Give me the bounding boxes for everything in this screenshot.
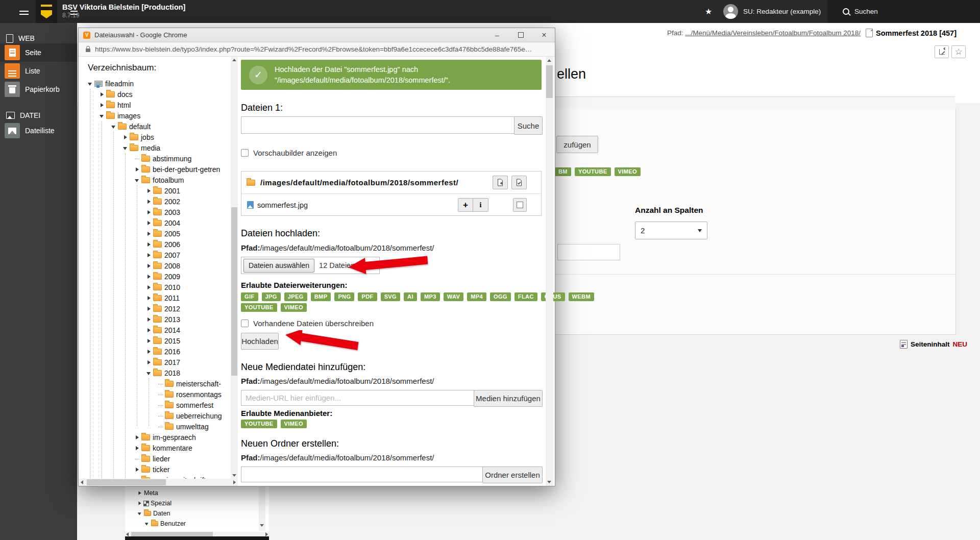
- sidebar-item-papierkorb[interactable]: Papierkorb: [0, 80, 77, 99]
- tree-v-scrollbar[interactable]: [231, 57, 238, 479]
- expander-closed-icon[interactable]: [146, 285, 152, 290]
- expander-closed-icon[interactable]: [146, 220, 152, 226]
- expander-closed-icon[interactable]: [100, 103, 105, 108]
- tree-item-2009[interactable]: 2009: [79, 271, 231, 282]
- expander-open-icon[interactable]: [123, 145, 128, 151]
- overwrite-option[interactable]: Vorhandene Dateien überschreiben: [241, 319, 374, 328]
- bg-tree-item-Benutzer[interactable]: Benutzer: [137, 519, 186, 529]
- expander-closed-icon[interactable]: [146, 199, 152, 204]
- page-content-new-link[interactable]: Seiteninhalt NEU: [900, 340, 967, 349]
- tree-item-default[interactable]: default: [79, 121, 231, 132]
- input-fragment[interactable]: [557, 244, 620, 260]
- tree-item-2018[interactable]: 2018: [79, 367, 231, 378]
- expander-open-icon[interactable]: [135, 178, 140, 183]
- expander-closed-icon[interactable]: [138, 501, 142, 506]
- expander-closed-icon[interactable]: [146, 274, 152, 279]
- expander-open-icon[interactable]: [88, 81, 93, 86]
- tree-item-lieder[interactable]: lieder: [79, 453, 231, 464]
- file-search-input[interactable]: [241, 116, 514, 134]
- tree-item-2001[interactable]: 2001: [79, 185, 231, 196]
- add-media-button[interactable]: Medien hinzufügen: [474, 390, 543, 407]
- bg-tree-item-Spezial[interactable]: Spezial: [137, 498, 186, 508]
- bg-tree-item-Meta[interactable]: Meta: [137, 488, 186, 498]
- tree-item-2015[interactable]: 2015: [79, 335, 231, 346]
- expander-open-icon[interactable]: [111, 124, 116, 129]
- scroll-down-icon[interactable]: [547, 481, 551, 483]
- expander-closed-icon[interactable]: [135, 446, 140, 451]
- tree-item-2011[interactable]: 2011: [79, 292, 231, 303]
- tree-item-im-gespraech[interactable]: im-gespraech: [79, 432, 231, 443]
- expander-closed-icon[interactable]: [135, 435, 140, 440]
- expander-open-icon[interactable]: [146, 371, 152, 376]
- tree-item-meisterschaft-[interactable]: meisterschaft-: [79, 378, 231, 389]
- tree-item-kommentare[interactable]: kommentare: [79, 443, 231, 453]
- search-submit-button[interactable]: Suche: [514, 116, 543, 135]
- tree-item-2016[interactable]: 2016: [79, 346, 231, 357]
- tree-item-2005[interactable]: 2005: [79, 228, 231, 239]
- expander-closed-icon[interactable]: [146, 210, 152, 215]
- sidebar-item-seite[interactable]: Seite: [0, 43, 77, 62]
- close-button[interactable]: ×: [536, 28, 552, 42]
- site-logo[interactable]: [36, 0, 57, 23]
- bookmark-button[interactable]: ☆: [951, 45, 966, 58]
- tree-item-2008[interactable]: 2008: [79, 260, 231, 271]
- choose-files-button[interactable]: Dateien auswählen: [243, 259, 314, 273]
- window-titlebar[interactable]: V Dateiauswahl - Google Chrome – ×: [79, 28, 555, 42]
- open-in-new-window-button[interactable]: [935, 45, 949, 58]
- tree-item-2002[interactable]: 2002: [79, 196, 231, 207]
- expander-closed-icon[interactable]: [146, 188, 152, 193]
- add-button-fragment[interactable]: zufügen: [556, 136, 598, 153]
- expander-closed-icon[interactable]: [100, 92, 105, 97]
- add-file-button[interactable]: +: [458, 198, 473, 212]
- expander-closed-icon[interactable]: [146, 349, 152, 354]
- scroll-right-icon[interactable]: [233, 480, 236, 484]
- expander-closed-icon[interactable]: [146, 360, 152, 365]
- tree-item-2003[interactable]: 2003: [79, 207, 231, 217]
- expander-closed-icon[interactable]: [146, 242, 152, 247]
- thumbnails-option[interactable]: Vorschaubilder anzeigen: [241, 149, 337, 157]
- maximize-button[interactable]: [513, 28, 528, 42]
- bg-tree-item-Daten[interactable]: Daten: [137, 508, 186, 519]
- scroll-down-icon[interactable]: [232, 474, 236, 477]
- new-folder-name-input[interactable]: [241, 467, 483, 482]
- thumbnails-checkbox[interactable]: [241, 149, 249, 157]
- file-info-button[interactable]: i: [473, 198, 488, 212]
- tree-h-scrollbar[interactable]: [79, 479, 238, 486]
- scroll-down-icon[interactable]: [260, 524, 264, 527]
- tree-item-fotoalbum[interactable]: fotoalbum: [79, 175, 231, 185]
- tree-item-docs[interactable]: docs: [79, 89, 231, 100]
- tree-item-html[interactable]: html: [79, 100, 231, 110]
- tree-item-ueberreichung[interactable]: ueberreichung: [79, 410, 231, 421]
- minimize-button[interactable]: –: [489, 28, 505, 42]
- tree-item-2017[interactable]: 2017: [79, 357, 231, 367]
- expander-open-icon[interactable]: [145, 522, 150, 526]
- scroll-right-icon[interactable]: [265, 532, 268, 536]
- expander-closed-icon[interactable]: [146, 253, 152, 258]
- tree-item-images[interactable]: images: [79, 110, 231, 121]
- expander-closed-icon[interactable]: [146, 231, 152, 236]
- scroll-left-icon[interactable]: [81, 480, 83, 484]
- tree-item-rosenmontags[interactable]: rosenmontags: [79, 389, 231, 400]
- tree-item-2010[interactable]: 2010: [79, 282, 231, 292]
- h-scrollbar-thumb[interactable]: [87, 479, 166, 485]
- h-scrollbar-thumb[interactable]: [131, 532, 213, 536]
- favorites-button[interactable]: ★: [705, 7, 712, 16]
- expander-closed-icon[interactable]: [138, 491, 142, 496]
- tree-item-2007[interactable]: 2007: [79, 250, 231, 260]
- search-button[interactable]: Suchen: [827, 0, 980, 23]
- expander-closed-icon[interactable]: [135, 167, 140, 172]
- tree-item-ticker[interactable]: ticker: [79, 464, 231, 475]
- expander-open-icon[interactable]: [100, 113, 105, 118]
- expander-closed-icon[interactable]: [146, 263, 152, 268]
- v-scrollbar-thumb[interactable]: [231, 207, 237, 376]
- media-url-input[interactable]: [241, 390, 474, 406]
- expander-closed-icon[interactable]: [146, 306, 152, 311]
- create-folder-button[interactable]: Ordner erstellen: [482, 467, 543, 483]
- breadcrumb-link[interactable]: .../Menü/Media/Vereinsleben/Fotoalbum/Fo…: [685, 29, 861, 37]
- expander-closed-icon[interactable]: [146, 317, 152, 322]
- columns-select[interactable]: 2: [635, 222, 707, 239]
- expander-closed-icon[interactable]: [135, 467, 140, 472]
- window-urlbar[interactable]: https://www.bsv-bielstein.de/typo3/index…: [79, 42, 555, 57]
- tree-item-2014[interactable]: 2014: [79, 325, 231, 335]
- scroll-up-icon[interactable]: [547, 59, 551, 62]
